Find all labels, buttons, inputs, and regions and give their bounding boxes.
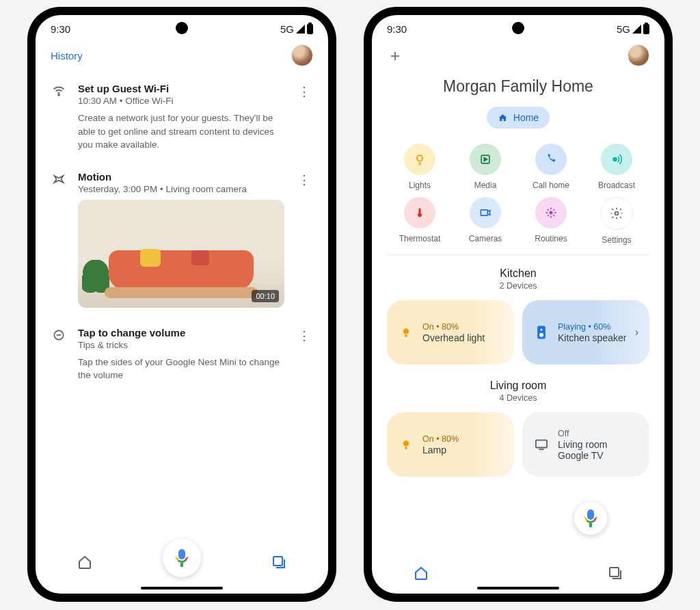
- account-avatar[interactable]: [628, 44, 649, 66]
- svg-line-14: [553, 215, 554, 216]
- svg-rect-3: [273, 557, 282, 566]
- more-icon[interactable]: ⋮: [295, 83, 313, 152]
- thermostat-icon: [404, 197, 435, 228]
- more-icon[interactable]: ⋮: [295, 327, 313, 382]
- tv-icon: [533, 438, 550, 451]
- mic-icon: [583, 509, 598, 527]
- svg-point-18: [403, 328, 409, 334]
- device-tile-overhead-light[interactable]: On • 80% Overhead light: [387, 300, 514, 364]
- status-network: 5G: [617, 23, 630, 35]
- assistant-fab[interactable]: [163, 539, 201, 577]
- status-network: 5G: [280, 23, 294, 35]
- nav-home[interactable]: [401, 565, 442, 581]
- feed-title: Motion: [78, 171, 284, 183]
- shortcut-lights[interactable]: Lights: [387, 144, 453, 190]
- home-name: Morgan Family Home: [387, 77, 649, 96]
- status-time: 9:30: [387, 23, 407, 35]
- svg-line-16: [553, 209, 554, 211]
- signal-icon: [296, 25, 305, 34]
- shortcut-label: Media: [453, 181, 518, 190]
- bulb-icon: [398, 438, 414, 451]
- svg-point-22: [539, 333, 543, 337]
- speaker-icon: [533, 325, 550, 340]
- shortcut-label: Lights: [387, 181, 453, 190]
- device-tile-google-tv[interactable]: Off Living room Google TV: [522, 412, 649, 477]
- device-name: Overhead light: [422, 332, 485, 343]
- gear-icon: [600, 197, 633, 230]
- divider: [387, 254, 649, 255]
- svg-point-6: [613, 158, 617, 161]
- home-indicator[interactable]: [477, 587, 559, 589]
- home-chip[interactable]: Home: [487, 107, 550, 129]
- svg-line-13: [548, 209, 549, 211]
- feed-title: Tap to change volume: [78, 327, 284, 339]
- feed-item-wifi[interactable]: Set up Guest Wi-Fi 10:30 AM • Office Wi-…: [51, 73, 313, 161]
- svg-rect-24: [405, 447, 407, 449]
- device-status: Off: [558, 428, 638, 439]
- front-camera: [512, 22, 524, 34]
- svg-point-17: [615, 212, 619, 215]
- home-chip-label: Home: [513, 112, 539, 123]
- feed-subtitle: Tips & tricks: [78, 340, 284, 350]
- feed-subtitle: Yesterday, 3:00 PM • Living room camera: [78, 184, 284, 194]
- svg-rect-7: [481, 210, 487, 215]
- battery-icon: [643, 24, 649, 34]
- shortcut-cameras[interactable]: Cameras: [453, 197, 518, 245]
- device-status: On • 80%: [422, 434, 459, 445]
- feed-item-motion[interactable]: Motion Yesterday, 3:00 PM • Living room …: [51, 161, 313, 317]
- shortcut-routines[interactable]: Routines: [518, 197, 584, 245]
- lightbulb-icon: [404, 144, 435, 175]
- shortcut-label: Call home: [518, 181, 584, 190]
- mic-icon: [174, 549, 189, 567]
- feed-subtitle: 10:30 AM • Office Wi-Fi: [78, 96, 284, 106]
- assistant-fab[interactable]: [574, 502, 607, 535]
- shortcut-thermostat[interactable]: Thermostat: [387, 197, 453, 245]
- shortcut-label: Settings: [584, 235, 649, 245]
- media-icon: [470, 144, 501, 175]
- video-duration: 00:10: [252, 290, 279, 302]
- device-status: Playing • 60%: [558, 321, 626, 332]
- svg-rect-27: [610, 568, 619, 576]
- room-title: Living room: [387, 380, 649, 392]
- svg-point-4: [417, 155, 422, 161]
- phone-left: 9:30 5G History Set up Guest Wi-Fi 10:30…: [27, 7, 336, 602]
- signal-icon: [632, 25, 641, 34]
- shortcut-label: Cameras: [453, 234, 518, 243]
- wifi-icon: [51, 83, 67, 152]
- svg-point-23: [403, 440, 409, 446]
- add-button[interactable]: ＋: [387, 47, 403, 64]
- feed-description: Tap the sides of your Google Nest Mini t…: [78, 356, 284, 382]
- feed-title: Set up Guest Wi-Fi: [78, 83, 284, 94]
- history-link[interactable]: History: [51, 50, 83, 62]
- nav-feed[interactable]: [595, 565, 636, 581]
- device-name: Kitchen speaker: [558, 332, 626, 343]
- shortcut-label: Routines: [518, 234, 584, 243]
- device-status: On • 80%: [422, 321, 485, 332]
- shortcut-broadcast[interactable]: Broadcast: [584, 144, 649, 190]
- account-avatar[interactable]: [291, 44, 313, 66]
- device-name: Lamp: [422, 445, 459, 455]
- svg-rect-25: [536, 440, 547, 448]
- svg-point-8: [550, 211, 553, 215]
- shortcut-label: Thermostat: [387, 234, 453, 243]
- nav-feed[interactable]: [258, 554, 299, 570]
- nav-home[interactable]: [64, 554, 105, 570]
- bulb-icon: [398, 326, 414, 339]
- shortcut-call-home[interactable]: Call home: [518, 144, 584, 190]
- camera-thumbnail[interactable]: 00:10: [78, 200, 284, 308]
- room-device-count: 2 Devices: [387, 281, 649, 291]
- phone-right: 9:30 5G ＋ Morgan Family Home Home Lights: [364, 7, 673, 602]
- home-indicator[interactable]: [141, 587, 223, 589]
- shortcut-settings[interactable]: Settings: [584, 197, 649, 245]
- svg-rect-19: [405, 334, 407, 336]
- device-tile-kitchen-speaker[interactable]: Playing • 60% Kitchen speaker ›: [522, 300, 649, 364]
- more-icon[interactable]: ⋮: [295, 171, 313, 308]
- speaker-icon: [51, 327, 67, 382]
- phone-icon: [535, 144, 567, 175]
- feed-item-tip[interactable]: Tap to change volume Tips & tricks Tap t…: [51, 317, 313, 392]
- device-tile-lamp[interactable]: On • 80% Lamp: [387, 412, 514, 477]
- shortcut-media[interactable]: Media: [453, 144, 518, 190]
- shortcut-grid: Lights Media Call home Broadcast Thermos…: [387, 144, 649, 245]
- motion-icon: [51, 171, 67, 308]
- battery-icon: [307, 24, 313, 34]
